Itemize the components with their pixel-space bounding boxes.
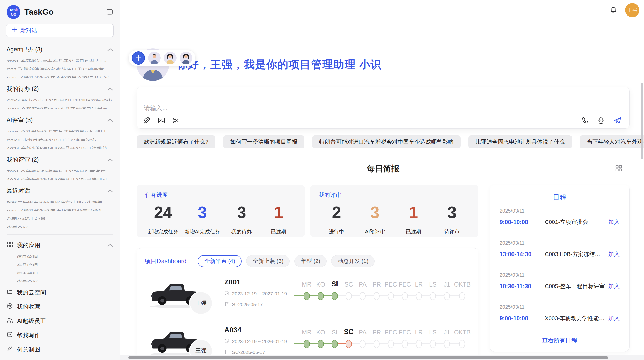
sidebar-task-item[interactable]: A034-全新新能源MUV产品开发项目计划变更表编写 xyxy=(7,106,113,109)
chat-input[interactable]: 请输入... xyxy=(137,87,630,129)
milestone-node xyxy=(459,340,465,348)
suggestion-chip[interactable]: 如何写一份清晰的项目周报 xyxy=(223,135,304,148)
milestone-label: LR xyxy=(415,279,423,288)
app-sub-item[interactable]: 查看全部... xyxy=(17,279,113,282)
new-agent-button[interactable] xyxy=(132,51,145,65)
dashboard-tab[interactable]: 全新平台 (4) xyxy=(198,255,242,267)
notification-bell-icon[interactable] xyxy=(609,6,618,14)
suggestion-chip[interactable]: 欧洲新规最近颁布了什么? xyxy=(137,135,215,148)
sidebar-task-item[interactable]: Z001-全新燃油轻卡产品开发项目SI节点属性5D文件评审 xyxy=(7,169,113,172)
milestone: PR xyxy=(370,327,384,348)
agent-avatar[interactable] xyxy=(148,52,161,64)
vertical-scrollbar-thumb[interactable] xyxy=(641,83,643,159)
horizontal-scrollbar-thumb[interactable] xyxy=(128,356,608,359)
milestone: PEC xyxy=(384,327,398,348)
phone-icon[interactable] xyxy=(581,116,589,124)
project-date-range: 2023-12-19 ~ 2027-01-19 xyxy=(224,291,300,297)
sidebar-item-favorites[interactable]: 我的收藏 xyxy=(7,303,113,311)
join-meeting-link[interactable]: 加入 xyxy=(608,250,620,258)
sidebar-item-cloud-space[interactable]: 我的云空间 xyxy=(7,289,113,296)
dashboard-tab[interactable]: 动总开发 (1) xyxy=(331,255,375,267)
view-all-chats-link[interactable]: 查看全部... xyxy=(7,224,113,228)
sidebar-task-item[interactable]: A034-全新新能源MUV产品开发项目造型可行性评审 xyxy=(7,177,113,180)
join-meeting-link[interactable]: 加入 xyxy=(608,218,620,226)
agent-avatar[interactable] xyxy=(180,52,192,64)
sidebar-task-item[interactable]: C0X4-动力总成开发项目SI里程碑提交物检查 xyxy=(7,98,113,101)
milestone-label: SI xyxy=(332,327,338,336)
suggestion-chip[interactable]: 当下年轻人对汽车外观有怎样的喜好趋势 xyxy=(580,135,644,148)
milestone-label: PEC xyxy=(385,279,397,288)
stat-value: 2 xyxy=(321,202,352,223)
sidebar-section-header[interactable]: Agent已办 (3) xyxy=(7,46,113,53)
milestone-node xyxy=(304,340,310,348)
sidebar-section-header[interactable]: 我的待办 (2) xyxy=(7,85,113,93)
project-row[interactable]: 王强Z0012023-12-19 ~ 2027-01-19SI-2025-05-… xyxy=(144,274,471,312)
dashboard-tab[interactable]: 年型 (2) xyxy=(294,255,327,267)
star-circle-icon xyxy=(7,303,13,311)
milestone: SC xyxy=(342,327,356,348)
schedule-meeting-title: C005-整车工程目标评审 xyxy=(545,282,605,290)
microphone-icon[interactable] xyxy=(597,116,605,124)
milestone-label: LS xyxy=(429,327,436,336)
app-sub-item[interactable]: 项目管理 xyxy=(17,254,113,257)
milestone-node xyxy=(416,292,422,300)
new-chat-button[interactable]: 新对话 xyxy=(6,24,114,37)
sidebar-section-header[interactable]: 最近对话 xyxy=(7,187,113,195)
app-sub-item[interactable]: 变更管理 xyxy=(17,271,113,274)
stat-cell: 3AI预评审 xyxy=(360,202,390,235)
input-action-icons xyxy=(581,116,622,124)
write-icon xyxy=(7,331,13,339)
logo-line1: Task xyxy=(9,8,18,12)
sidebar-task-item[interactable]: A034-全新新能源MUV产品开发项目法规符合性评审 xyxy=(7,145,113,149)
sidebar-task-item[interactable]: C02-飞腾新能源轻客改款项目里程碑画布 xyxy=(7,66,113,70)
layout-grid-icon[interactable] xyxy=(615,164,622,173)
sidebar-task-item[interactable]: C0X4-动力总成开发项目工程变更评审 xyxy=(7,137,113,141)
recent-chat-item[interactable]: C02-飞腾新能源轻客改款项目的闭环通告反馈情况 xyxy=(7,208,113,211)
sidebar-item-my-apps[interactable]: 我的应用 xyxy=(7,241,113,249)
sidebar-nav: Agent已办 (3)Z001-全新燃油皮卡产品开发项目SI节点Lesson L… xyxy=(0,39,120,311)
join-meeting-link[interactable]: 加入 xyxy=(608,314,620,322)
sidebar-section-header[interactable]: AI评审 (3) xyxy=(7,116,113,124)
scissors-icon[interactable] xyxy=(172,117,180,124)
sidebar-section-header[interactable]: 我的评审 (2) xyxy=(7,156,113,164)
milestone-node xyxy=(332,292,338,300)
sidebar-item-creative-draw[interactable]: 创意制图 xyxy=(7,346,113,353)
suggestion-chip[interactable]: 特朗普可能对进口汽车增税会对中国车企造成哪些影响 xyxy=(312,135,461,148)
agent-avatar[interactable] xyxy=(164,52,177,64)
sidebar-task-item[interactable]: C02-飞腾新能源轻客改款项目立项汇报方案 xyxy=(7,75,113,78)
date-range-text: 2023-12-19 ~ 2027-01-19 xyxy=(232,291,287,297)
dashboard-tab[interactable]: 全新上装 (3) xyxy=(246,255,290,267)
sidebar-task-item[interactable]: Z001-全新燃油皮卡产品开发项目SI节点Lesson Learn报告 xyxy=(7,58,113,62)
schedule-card: 日程 2025/03/119:00-10:00C001-立项审批会加入2025/… xyxy=(490,185,630,352)
quick-access-bar xyxy=(128,50,196,66)
stat-label: AI预评审 xyxy=(360,228,390,235)
recent-chat-item[interactable]: 公司Q3轻卡销量 xyxy=(7,216,113,219)
milestone-node xyxy=(459,292,465,300)
stat-grid: 24新增完成任务3新增AI完成任务3我的待办1已逾期 xyxy=(145,202,296,235)
app-sub-item[interactable]: 产品管理 xyxy=(17,262,113,266)
milestone-label: PEC xyxy=(385,327,397,336)
attach-icon[interactable] xyxy=(143,117,151,124)
recent-chat-item[interactable]: 解释最新出台的欧盟报废车法规再生塑料比例被调至15%... xyxy=(7,200,113,203)
user-avatar[interactable]: 王强 xyxy=(625,3,639,17)
suggestion-chip[interactable]: 比亚迪全固态电池计划具体说了什么 xyxy=(468,135,572,148)
image-icon[interactable] xyxy=(158,117,165,124)
sidebar-collapse-icon[interactable] xyxy=(106,8,113,16)
sidebar-item-ai-staff[interactable]: AI超级员工 xyxy=(7,317,113,325)
sidebar-item-label: 我的云空间 xyxy=(17,289,113,296)
milestone-node xyxy=(374,340,380,348)
sidebar-item-help-write[interactable]: 帮我写作 xyxy=(7,331,113,339)
milestone-label: SI xyxy=(331,279,338,288)
milestone-label: KO xyxy=(316,327,325,336)
logo-line2: Go xyxy=(11,12,16,16)
milestone: MR xyxy=(300,327,314,348)
sidebar-section-title: Agent已办 (3) xyxy=(7,46,42,53)
chevron-up-icon xyxy=(107,156,113,163)
sidebar-task-item[interactable]: Z001-全新燃油轻卡产品开发项目SI造型提交物评审 xyxy=(7,129,113,132)
milestone-label: OKTB xyxy=(454,279,471,288)
project-row[interactable]: 王强A0342023-12-19 ~ 2026-01-19SC-2025-05-… xyxy=(144,322,471,360)
send-icon[interactable] xyxy=(613,116,622,124)
view-all-schedule-link[interactable]: 查看所有日程 xyxy=(500,330,620,347)
sidebar-bottom-links: AI超级员工帮我写作创意制图 xyxy=(0,311,120,353)
join-meeting-link[interactable]: 加入 xyxy=(608,282,620,290)
